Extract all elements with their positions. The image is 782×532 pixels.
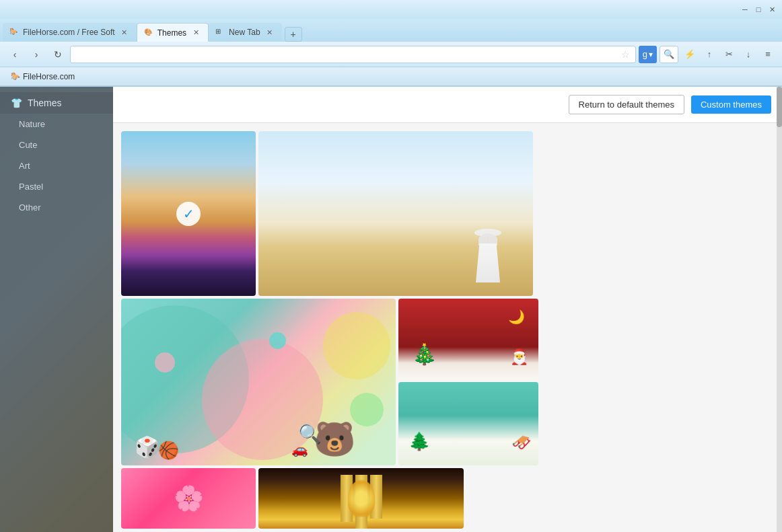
selected-check-icon: ✓ (176, 202, 201, 226)
bookmark-filehorse[interactable]: 🐎 FileHorse.com (5, 71, 80, 83)
main-content: Return to default themes Custom themes ✓ (113, 87, 782, 532)
tree-decoration: 🎄 (412, 342, 437, 366)
bookmarks-bar: 🐎 FileHorse.com (0, 67, 782, 86)
bookmark-star-icon[interactable]: ☆ (621, 49, 630, 60)
sidebar-item-pastel[interactable]: Pastel (0, 176, 113, 197)
tab-newtab[interactable]: ⊞ New Tab ✕ (209, 23, 281, 42)
menu-icon[interactable]: ≡ (759, 46, 777, 63)
theme-card-sunset[interactable]: ✓ (121, 131, 256, 296)
themes-grid: ✓ (113, 123, 782, 532)
google-icon: g (643, 49, 647, 59)
theme-card-christmas-red[interactable]: 🌙 🎄 🎅 (398, 299, 538, 379)
tab-label-themes: Themes (157, 28, 186, 38)
bookmark-favicon-filehorse: 🐎 (11, 72, 20, 81)
scrollbar-thumb[interactable] (777, 87, 782, 127)
browser-chrome: ─ □ ✕ 🐎 FileHorse.com / Free Soft ✕ 🎨 Th… (0, 0, 782, 87)
themes-row-2: 🐻 🎲 🏀 🔍 🚗 🌙 🎄 🎅 (121, 299, 774, 465)
tab-filehorse[interactable]: 🐎 FileHorse.com / Free Soft ✕ (3, 23, 137, 42)
google-account-button[interactable]: g ▾ (639, 46, 657, 63)
tab-close-themes[interactable]: ✕ (190, 28, 201, 38)
sidebar-item-art[interactable]: Art (0, 155, 113, 176)
return-default-themes-button[interactable]: Return to default themes (569, 95, 684, 114)
toolbar-buttons: ⚡ ↑ ✂ ↓ ≡ (681, 46, 777, 63)
tab-close-newtab[interactable]: ✕ (264, 27, 275, 38)
extensions-icon[interactable]: ⚡ (681, 46, 699, 63)
themes-header: Return to default themes Custom themes (113, 87, 782, 123)
christmas-themes-column: 🌙 🎄 🎅 🌲 🛷 (398, 299, 538, 465)
tab-favicon-newtab: ⊞ (215, 28, 225, 37)
trees-decoration: 🌲 (408, 431, 430, 452)
new-tab-button[interactable]: + (285, 27, 302, 42)
google-dropdown-icon: ▾ (649, 50, 653, 59)
santa-decoration: 🎅 (510, 348, 528, 366)
page-scrollbar[interactable] (777, 87, 782, 532)
themes-row-3: 🌸 (121, 468, 774, 529)
address-bar: ‹ › ↻ ☆ g ▾ 🔍 ⚡ ↑ ✂ ↓ ≡ (0, 42, 782, 67)
sidebar-item-other[interactable]: Other (0, 197, 113, 218)
tab-label-newtab: New Tab (229, 28, 260, 37)
maximize-button[interactable]: □ (754, 5, 763, 14)
tab-favicon-themes: 🎨 (144, 28, 153, 38)
download-icon[interactable]: ↓ (740, 46, 757, 63)
title-bar: ─ □ ✕ (0, 0, 782, 19)
moon-decoration: 🌙 (508, 309, 525, 325)
tab-label-filehorse: FileHorse.com / Free Soft (23, 28, 115, 37)
address-bar-wrap: ☆ (70, 46, 636, 63)
tab-close-filehorse[interactable]: ✕ (119, 27, 130, 38)
upload-icon[interactable]: ↑ (701, 46, 718, 63)
sidebar-item-cute[interactable]: Cute (0, 135, 113, 155)
scissors-icon[interactable]: ✂ (720, 46, 738, 63)
sidebar: 👕 Themes Nature Cute Art Pastel Other (0, 87, 113, 532)
themes-row-1: ✓ (121, 131, 774, 296)
theme-card-colorful[interactable]: 🐻 🎲 🏀 🔍 🚗 (121, 299, 396, 465)
minimize-button[interactable]: ─ (740, 5, 750, 14)
forward-button[interactable]: › (27, 46, 46, 63)
page-area: 👕 Themes Nature Cute Art Pastel Other Re… (0, 87, 782, 532)
custom-themes-button[interactable]: Custom themes (691, 96, 771, 114)
back-button[interactable]: ‹ (5, 46, 24, 63)
tab-themes[interactable]: 🎨 Themes ✕ (137, 23, 209, 42)
window-controls: ─ □ ✕ (740, 5, 777, 14)
reload-button[interactable]: ↻ (48, 46, 67, 63)
themes-icon: 👕 (11, 98, 22, 108)
sleigh-decoration: 🛷 (511, 433, 532, 452)
sidebar-title-label: Themes (28, 98, 62, 108)
theme-card-christmas-teal[interactable]: 🌲 🛷 (398, 382, 538, 465)
theme-card-beach[interactable] (258, 131, 533, 296)
search-button[interactable]: 🔍 (660, 46, 678, 63)
sidebar-item-nature[interactable]: Nature (0, 114, 113, 135)
theme-card-pink[interactable]: 🌸 (121, 468, 256, 529)
theme-card-golden[interactable] (258, 468, 464, 529)
sidebar-themes-title: 👕 Themes (0, 92, 113, 114)
close-button[interactable]: ✕ (767, 5, 777, 14)
tab-favicon-filehorse: 🐎 (9, 28, 19, 37)
tab-bar: 🐎 FileHorse.com / Free Soft ✕ 🎨 Themes ✕… (0, 19, 782, 42)
address-input[interactable] (76, 50, 618, 59)
bookmark-label-filehorse: FileHorse.com (23, 72, 75, 81)
